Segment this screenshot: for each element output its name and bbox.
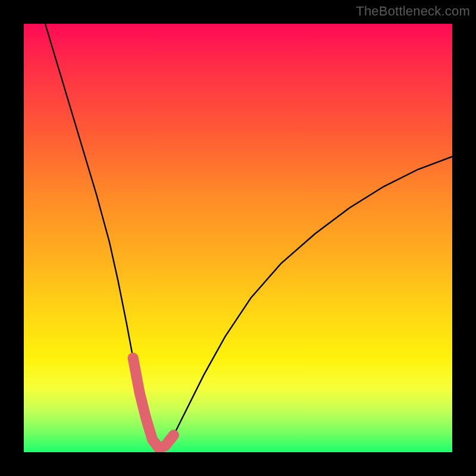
chart-frame: TheBottleneck.com (0, 0, 476, 476)
watermark-text: TheBottleneck.com (356, 4, 470, 19)
chart-gradient-background (24, 24, 452, 452)
